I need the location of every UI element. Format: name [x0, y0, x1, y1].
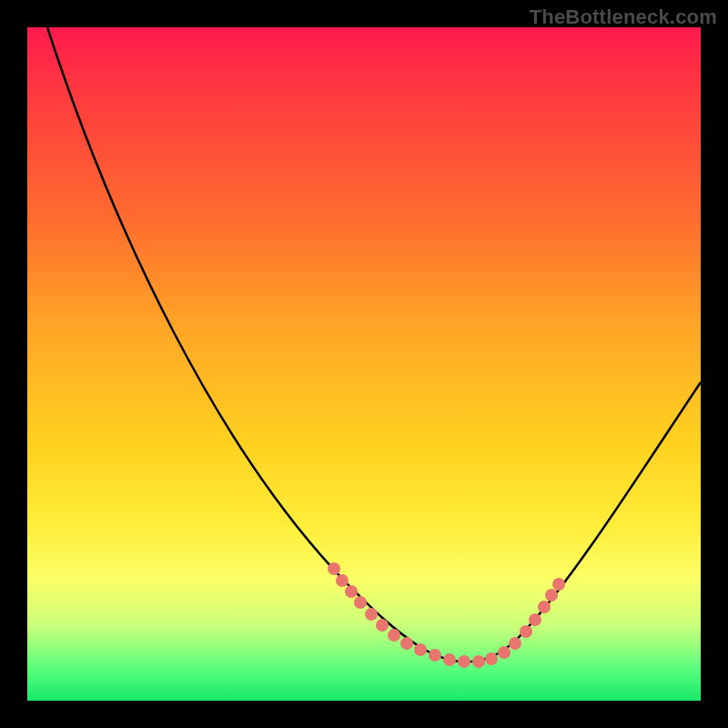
chart-plot-area	[27, 27, 701, 701]
highlight-dot	[376, 619, 389, 632]
watermark-text: TheBottleneck.com	[530, 5, 717, 29]
highlight-dot	[552, 578, 565, 591]
chart-svg	[27, 27, 701, 701]
highlight-dot	[365, 608, 378, 621]
highlight-dot	[472, 655, 485, 668]
highlight-dot	[414, 643, 427, 656]
highlight-dot	[328, 562, 340, 575]
highlight-dot	[458, 655, 470, 668]
highlight-dot	[336, 574, 349, 587]
highlight-dot	[429, 649, 441, 662]
highlight-dot	[545, 589, 558, 602]
highlight-dot	[388, 629, 400, 642]
highlight-dot	[443, 653, 456, 666]
highlight-dot	[400, 637, 413, 650]
highlight-dot	[509, 637, 521, 650]
highlight-dot	[529, 613, 541, 626]
highlight-dot	[538, 601, 551, 613]
highlight-dot	[354, 596, 367, 609]
highlight-dot	[520, 625, 532, 638]
highlight-dots-group	[328, 562, 565, 668]
bottleneck-curve	[47, 27, 701, 662]
highlight-dot	[485, 652, 498, 665]
highlight-dot	[345, 585, 358, 598]
highlight-dot	[498, 646, 511, 659]
